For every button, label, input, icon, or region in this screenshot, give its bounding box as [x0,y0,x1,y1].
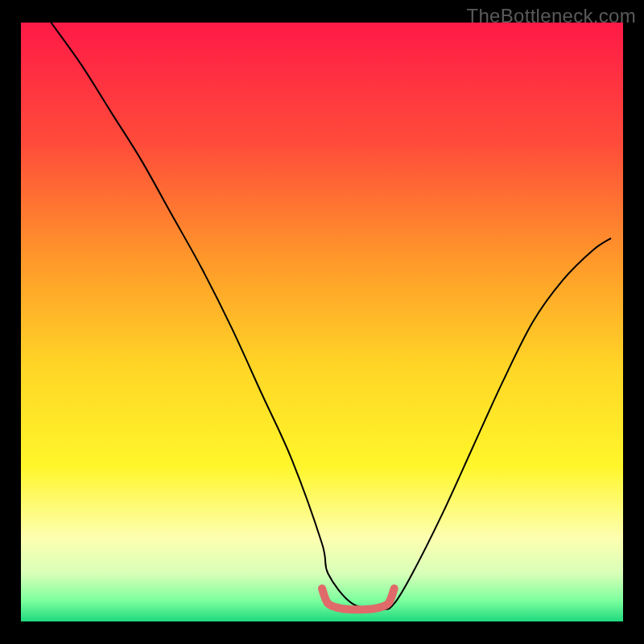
watermark-label: TheBottleneck.com [466,5,636,27]
chart-svg [0,0,644,644]
chart-stage: TheBottleneck.com [0,0,644,644]
